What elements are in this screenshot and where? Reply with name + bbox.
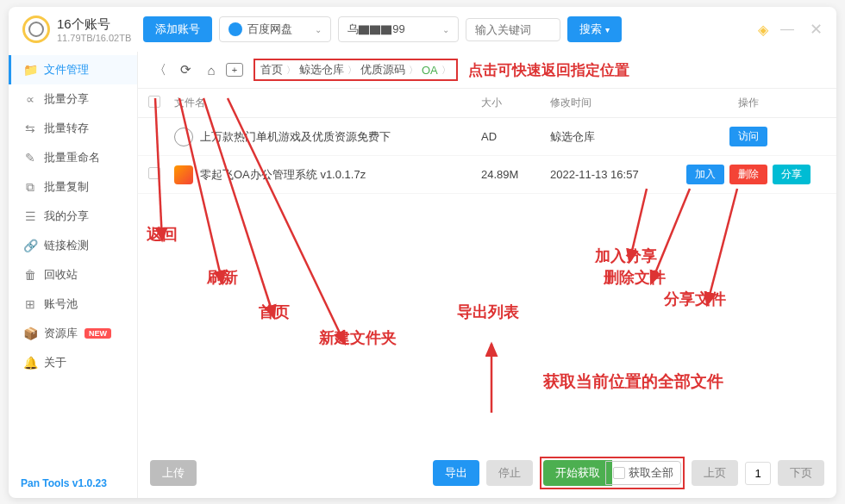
sidebar-item-folder[interactable]: 📁文件管理	[9, 55, 137, 84]
close-icon[interactable]: ✕	[810, 20, 823, 39]
home-icon[interactable]: ⌂	[200, 59, 222, 81]
svg-line-6	[651, 189, 690, 283]
storage-info: 11.79TB/16.02TB	[57, 33, 131, 43]
row-访问-button[interactable]: 访问	[729, 127, 767, 146]
cloud-service-select[interactable]: 百度网盘 ⌄	[219, 16, 331, 42]
sidebar-item-box[interactable]: 📦资源库NEW	[9, 319, 137, 348]
annotation-breadcrumb: 点击可快速返回指定位置	[468, 60, 629, 80]
share-icon: ∝	[23, 92, 37, 106]
myshare-icon: ☰	[23, 209, 37, 223]
sidebar-item-trash[interactable]: 🗑回收站	[9, 260, 137, 289]
sidebar-item-myshare[interactable]: ☰我的分享	[9, 202, 137, 231]
annotation-add-share: 加入分享	[595, 246, 657, 266]
select-all-checkbox[interactable]	[148, 96, 160, 108]
account-select[interactable]: 乌▇▇▇99 ⌄	[338, 16, 459, 42]
add-account-button[interactable]: 添加账号	[143, 16, 212, 42]
header: 16个账号 11.79TB/16.02TB 添加账号 百度网盘 ⌄ 乌▇▇▇99…	[9, 7, 836, 52]
toolbar: 〈 ⟳ ⌂ + 首页〉鲸选仓库〉优质源码〉OA〉 点击可快速返回指定位置	[138, 52, 836, 89]
sidebar-item-transfer[interactable]: ⇆批量转存	[9, 114, 137, 143]
annotation-del-file: 删除文件	[604, 267, 666, 288]
sidebar-item-label: 我的分享	[44, 208, 89, 224]
file-size: AD	[481, 130, 550, 143]
export-button[interactable]: 导出	[433, 460, 479, 486]
col-size[interactable]: 大小	[481, 96, 550, 110]
sidebar-item-label: 资源库	[44, 326, 78, 341]
sidebar: 📁文件管理∝批量分享⇆批量转存✎批量重命名⧉批量复制☰我的分享🔗链接检测🗑回收站…	[9, 52, 138, 498]
table-header: 文件名 大小 修改时间 操作	[138, 89, 836, 118]
archive-icon	[174, 165, 193, 184]
chevron-right-icon: 〉	[347, 64, 357, 77]
link-icon: 🔗	[23, 239, 37, 252]
sidebar-item-label: 账号池	[44, 296, 78, 312]
breadcrumb-item[interactable]: 鲸选仓库	[299, 62, 344, 78]
sidebar-item-label: 批量重命名	[44, 150, 100, 165]
col-name[interactable]: 文件名	[174, 96, 481, 110]
globe-icon	[174, 128, 193, 146]
row-分享-button[interactable]: 分享	[773, 165, 811, 184]
file-time: 鲸选仓库	[550, 129, 671, 145]
minimize-icon[interactable]: —	[780, 22, 794, 37]
file-name: 上万款热门单机游戏及优质资源免费下	[200, 129, 391, 145]
prev-page-button[interactable]: 上页	[692, 460, 738, 486]
box-icon: 📦	[23, 327, 37, 340]
new-folder-icon[interactable]: +	[226, 63, 243, 77]
breadcrumb-item[interactable]: OA	[422, 64, 438, 77]
cloud-icon	[228, 22, 242, 36]
next-page-button[interactable]: 下页	[778, 460, 824, 486]
chevron-right-icon: 〉	[286, 64, 296, 77]
annotation-export-list: 导出列表	[457, 302, 519, 322]
annotation-share-file: 分享文件	[664, 289, 726, 309]
start-fetch-button[interactable]: 开始获取	[543, 460, 612, 486]
chevron-down-icon: ⌄	[315, 25, 322, 34]
file-name: 零起飞OA办公管理系统 v1.0.1.7z	[200, 167, 366, 183]
file-time: 2022-11-13 16:57	[550, 168, 671, 181]
search-input[interactable]	[466, 18, 560, 41]
back-icon[interactable]: 〈	[148, 59, 171, 81]
bell-icon: 🔔	[23, 356, 37, 370]
annotation-home: 首页	[259, 302, 290, 322]
rename-icon: ✎	[23, 151, 37, 165]
sidebar-item-share[interactable]: ∝批量分享	[9, 84, 137, 114]
svg-line-5	[629, 189, 647, 262]
row-加入-button[interactable]: 加入	[686, 165, 724, 184]
breadcrumb-item[interactable]: 优质源码	[360, 62, 405, 78]
version-label: Pan Tools v1.0.23	[9, 469, 137, 498]
row-checkbox[interactable]	[148, 167, 160, 179]
folder-icon: 📁	[23, 63, 37, 77]
annotation-newfolder: 新建文件夹	[319, 327, 397, 348]
table-row: 零起飞OA办公管理系统 v1.0.1.7z24.89M2022-11-13 16…	[138, 156, 836, 194]
stop-button[interactable]: 停止	[486, 460, 533, 486]
sidebar-item-label: 批量复制	[44, 179, 89, 195]
get-box: 开始获取 获取全部	[540, 457, 685, 489]
row-删除-button[interactable]: 删除	[729, 165, 767, 184]
breadcrumb: 首页〉鲸选仓库〉优质源码〉OA〉	[254, 59, 458, 81]
main-panel: 〈 ⟳ ⌂ + 首页〉鲸选仓库〉优质源码〉OA〉 点击可快速返回指定位置 文件名…	[138, 52, 836, 498]
upload-button[interactable]: 上传	[150, 460, 197, 486]
sidebar-item-pool[interactable]: ⊞账号池	[9, 289, 137, 319]
sidebar-item-bell[interactable]: 🔔关于	[9, 348, 137, 377]
sidebar-item-rename[interactable]: ✎批量重命名	[9, 143, 137, 172]
sidebar-item-label: 回收站	[44, 267, 78, 283]
search-button[interactable]: 搜索 ▾	[567, 16, 622, 42]
breadcrumb-item[interactable]: 首页	[260, 62, 283, 78]
col-ops: 操作	[671, 96, 826, 110]
chevron-down-icon: ⌄	[442, 25, 449, 34]
page-input[interactable]	[745, 462, 771, 485]
sidebar-item-link[interactable]: 🔗链接检测	[9, 231, 137, 260]
copy-icon: ⧉	[23, 180, 37, 194]
file-size: 24.89M	[481, 168, 550, 181]
diamond-icon[interactable]: ◈	[758, 22, 768, 38]
sidebar-item-label: 链接检测	[44, 238, 89, 253]
sidebar-item-label: 关于	[44, 355, 66, 370]
refresh-icon[interactable]: ⟳	[174, 59, 197, 81]
sidebar-item-label: 批量转存	[44, 121, 89, 136]
get-all-checkbox[interactable]: 获取全部	[605, 461, 681, 485]
sidebar-item-label: 文件管理	[44, 62, 89, 78]
col-time[interactable]: 修改时间	[550, 96, 671, 110]
sidebar-item-label: 批量分享	[44, 91, 89, 107]
chevron-right-icon: 〉	[441, 64, 451, 77]
sidebar-item-copy[interactable]: ⧉批量复制	[9, 172, 137, 202]
annotation-back: 返回	[147, 224, 178, 245]
annotation-refresh: 刷新	[207, 267, 238, 288]
svg-line-7	[707, 189, 737, 305]
